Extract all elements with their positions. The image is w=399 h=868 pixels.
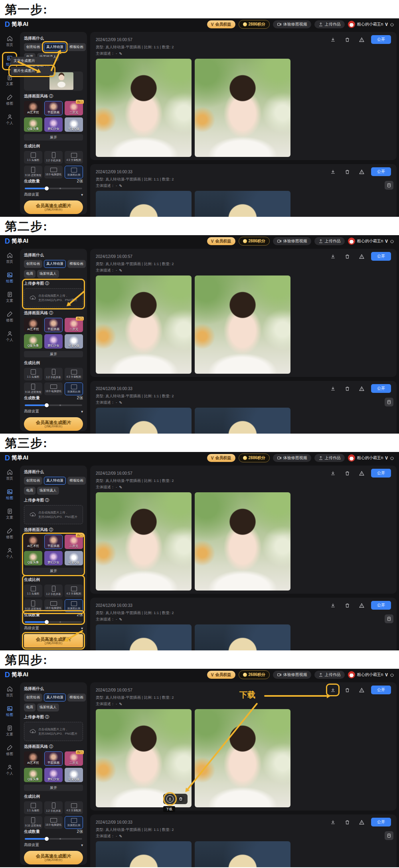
points-pill[interactable]: 2886积分 (239, 20, 270, 29)
generated-image-1[interactable] (96, 624, 192, 650)
sidebar-item-retouch[interactable]: 修图 (4, 93, 15, 107)
ratio-tile-0[interactable]: 1:1 头像图 (24, 585, 42, 597)
ratio-tile-2[interactable]: 4:3 文章配图 (65, 801, 83, 814)
video-feature-pill[interactable]: 体验修图视频 (273, 20, 311, 28)
style-tile-3[interactable]: Q版头像 (24, 117, 42, 132)
mode-chip-2[interactable]: 模板绘画 (67, 260, 86, 268)
generated-image-2[interactable] (195, 275, 290, 374)
delete-button[interactable] (342, 686, 352, 694)
vip-benefits-pill[interactable]: V会员权益 (207, 671, 235, 679)
publish-button[interactable]: 公开 (371, 167, 391, 176)
sidebar-item-me[interactable]: 个人 (4, 113, 15, 127)
video-feature-pill[interactable]: 体验修图视频 (273, 454, 311, 462)
mode-chip-1[interactable]: 真人转动漫 (44, 260, 66, 268)
delete-button[interactable] (342, 35, 352, 44)
style-tile-2[interactable]: 热门二次元 (65, 318, 83, 332)
style-tile-3[interactable]: Q版头像 (24, 334, 42, 349)
vip-benefits-pill[interactable]: V会员权益 (207, 237, 235, 245)
generate-button[interactable]: 会员高速生成图片(消耗200积分) (24, 200, 83, 214)
publish-button[interactable]: 公开 (371, 469, 391, 478)
count-slider[interactable] (25, 838, 82, 840)
style-tile-1[interactable]: 平面插画 (44, 101, 63, 115)
generated-image-2[interactable] (195, 841, 290, 867)
video-feature-pill[interactable]: 体验修图视频 (273, 237, 311, 245)
style-tile-1[interactable]: 平面插画 (44, 318, 63, 332)
advanced-settings-row[interactable]: 高级设置▾ (24, 842, 83, 848)
style-tile-0[interactable]: AI艺术照 (24, 751, 42, 766)
upload-works-pill[interactable]: 上传作品 (314, 20, 345, 28)
mode-chip-0[interactable]: 创意绘画 (24, 694, 42, 702)
sidebar-item-home[interactable]: 首页 (4, 34, 15, 49)
style-tile-4[interactable]: 梦幻少女 (44, 334, 63, 349)
mode-chip-row2-0[interactable]: 电商 (24, 270, 36, 278)
image-delete-button[interactable] (177, 795, 184, 803)
generated-image-1[interactable] (96, 408, 192, 434)
report-button[interactable] (357, 818, 366, 826)
ratio-tile-1[interactable]: 1:2 手机屏幕 (44, 801, 63, 814)
style-tile-4[interactable]: 梦幻少女 (44, 117, 63, 132)
style-tile-5[interactable]: 可爱Q版 (65, 551, 83, 565)
edit-pencil-icon[interactable]: ✎ (119, 617, 122, 622)
style-tile-2[interactable]: 热门二次元 (65, 751, 83, 766)
download-button[interactable] (328, 252, 338, 261)
ratio-tile-4[interactable]: 16:9 电脑壁纸 (44, 816, 63, 829)
report-button[interactable] (357, 167, 366, 176)
advanced-settings-row[interactable]: 高级设置▾ (24, 192, 83, 197)
mode-chip-2[interactable]: 模板绘画 (67, 694, 86, 702)
generated-image-2[interactable] (195, 709, 290, 807)
mode-chip-2[interactable]: 模板绘画 (67, 477, 86, 485)
generate-button[interactable]: 会员高速生成图片(消耗200积分) (24, 851, 83, 864)
publish-button[interactable]: 公开 (371, 818, 391, 826)
delete-button[interactable] (342, 167, 352, 176)
sidebar-item-copywriting[interactable]: 文案 (4, 73, 15, 88)
sidebar-item-draw[interactable]: 绘图 (4, 704, 15, 719)
sidebar-item-me[interactable]: 个人 (4, 546, 15, 561)
edit-pencil-icon[interactable]: ✎ (119, 184, 122, 188)
generated-image-2[interactable] (195, 492, 290, 591)
video-feature-pill[interactable]: 体验修图视频 (273, 671, 311, 679)
sidebar-item-me[interactable]: 个人 (4, 763, 15, 777)
sidebar-item-home[interactable]: 首页 (4, 685, 15, 699)
count-slider[interactable] (25, 621, 82, 623)
download-button[interactable] (328, 818, 338, 826)
generated-image-1[interactable] (96, 492, 192, 591)
sidebar-item-retouch[interactable]: 修图 (4, 743, 15, 758)
download-button[interactable] (328, 601, 338, 610)
style-tile-4[interactable]: 梦幻少女 (44, 551, 63, 565)
ratio-tile-1[interactable]: 1:2 手机屏幕 (44, 151, 63, 164)
delete-button[interactable] (342, 252, 352, 261)
style-tile-0[interactable]: AI艺术照 (24, 535, 42, 549)
sidebar-item-home[interactable]: 首页 (4, 251, 15, 266)
download-button[interactable] (328, 35, 338, 44)
delete-button[interactable] (342, 818, 352, 826)
report-button[interactable] (357, 686, 366, 694)
upload-dropzone[interactable]: 点击或拖拽图片上传，支持20M以内JPG、PNG图片 (24, 722, 83, 741)
publish-button[interactable]: 公开 (371, 601, 391, 610)
mode-chip-2[interactable]: 模板绘画 (67, 43, 86, 51)
ratio-tile-1[interactable]: 1:2 手机屏幕 (44, 368, 63, 380)
sidebar-item-home[interactable]: 首页 (4, 468, 15, 482)
ratio-tile-3[interactable]: 9:16 运营海报 (24, 382, 42, 395)
ratio-tile-4[interactable]: 16:9 电脑壁纸 (44, 166, 63, 178)
mode-chip-0[interactable]: 创意绘画 (24, 260, 42, 268)
delete-button[interactable] (342, 384, 352, 393)
upload-works-pill[interactable]: 上传作品 (314, 454, 345, 462)
upload-dropzone[interactable]: 点击或拖拽图片上传，支持20M以内JPG、PNG图片 (24, 288, 83, 307)
points-pill[interactable]: 2686积分 (239, 670, 270, 679)
sidebar-item-copywriting[interactable]: 文案 (4, 290, 15, 305)
mode-chip-row2-0[interactable]: 电商 (24, 704, 36, 711)
download-button[interactable] (328, 686, 338, 694)
style-tile-0[interactable]: AI艺术照 (24, 101, 42, 115)
download-button[interactable] (328, 167, 338, 176)
points-pill[interactable]: 2886积分 (239, 454, 270, 462)
edit-pencil-icon[interactable]: ✎ (119, 834, 122, 838)
ratio-tile-5[interactable]: 按原图比例 (65, 382, 83, 395)
edit-pencil-icon[interactable]: ✎ (119, 268, 122, 273)
report-button[interactable] (357, 384, 366, 393)
download-button[interactable] (328, 469, 338, 478)
note-badge-button[interactable] (385, 181, 393, 190)
style-tile-0[interactable]: AI艺术照 (24, 318, 42, 332)
mode-chip-row2-1[interactable]: 场景转真人 (37, 487, 59, 495)
upload-works-pill[interactable]: 上传作品 (314, 671, 345, 679)
style-tile-5[interactable]: 可爱Q版 (65, 334, 83, 349)
